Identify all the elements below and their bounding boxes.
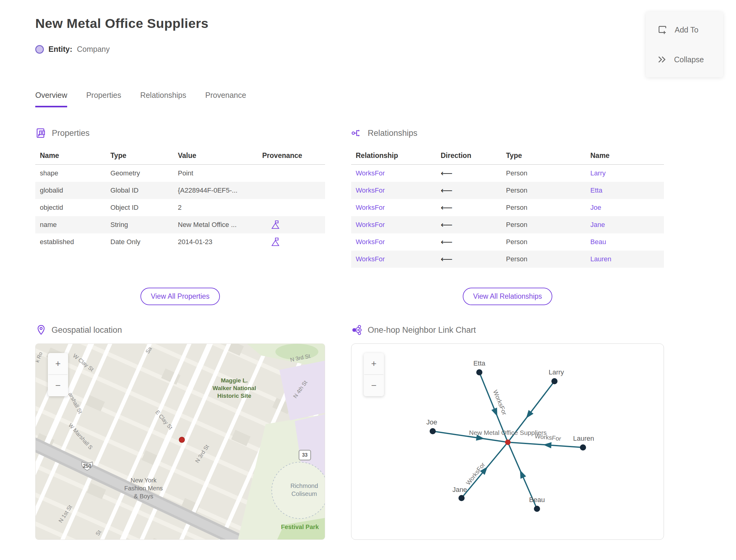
map-label: Richmond [290,482,318,489]
related-type-cell: Person [501,255,586,263]
provenance-flag-icon[interactable] [271,220,280,230]
relationship-row: WorksFor⟵PersonBeau [351,233,664,251]
column-header: Type [106,152,173,160]
relationship-link[interactable]: WorksFor [351,221,436,229]
relationship-row: WorksFor⟵PersonLauren [351,251,664,268]
chart-node-label: Etta [473,359,485,367]
link-chart-section-header: One-hop Neighbor Link Chart [351,324,476,336]
add-to-button[interactable]: Add To [646,22,723,37]
collapse-button[interactable]: Collapse [646,53,723,67]
map-label: Maggie L. [221,377,248,384]
route-shield-33: 33 [299,450,311,460]
relationship-link[interactable]: WorksFor [351,238,436,246]
map-point-marker[interactable] [179,437,185,443]
entity-name-link[interactable]: Lauren [586,255,664,263]
edge-label: WorksFor [465,461,486,486]
edge-arrowhead [517,469,526,479]
relationship-link[interactable]: WorksFor [351,204,436,212]
chart-center-label: New Metal Office Suppliers [469,429,547,436]
relationship-link[interactable]: WorksFor [351,186,436,194]
relationship-row: WorksFor⟵PersonJane [351,216,664,233]
tab-bar: OverviewPropertiesRelationshipsProvenanc… [35,91,246,107]
direction-arrow: ⟵ [436,168,501,178]
column-header: Name [35,152,106,160]
column-header: Type [501,152,586,160]
property-row: nameStringNew Metal Office ... [35,216,325,233]
tab-relationships[interactable]: Relationships [140,91,186,107]
column-header: Provenance [258,152,325,160]
entity-name-link[interactable]: Etta [586,186,664,194]
chart-zoom-control: + − [364,353,384,396]
property-provenance-cell [258,237,325,247]
properties-icon [35,128,46,139]
map-label: Festival Park [281,524,319,530]
chart-node-jane[interactable] [458,495,465,501]
direction-arrow: ⟵ [436,186,501,195]
chart-center-node[interactable] [505,439,511,445]
provenance-flag-icon[interactable] [271,237,280,247]
property-value-cell: 2014-01-23 [173,238,258,246]
map-zoom-in-button[interactable]: + [48,353,68,374]
map-label: Fashion Mens [124,485,163,492]
edge-arrowhead [543,442,551,448]
link-chart-section-title: One-hop Neighbor Link Chart [368,325,476,335]
map-label: Walker National [213,385,256,391]
view-all-relationships-button[interactable]: View All Relationships [463,288,553,305]
actions-panel: Add To Collapse [646,12,723,77]
chart-node-lauren[interactable] [580,444,586,451]
chart-node-joe[interactable] [430,428,436,434]
relationships-table-header: RelationshipDirectionTypeName [351,147,664,165]
edge-arrowhead [491,408,500,418]
link-chart-canvas[interactable]: WorksForWorksForWorksForEttaLarryJoeLaur… [351,344,664,539]
collapse-icon [657,56,667,63]
property-row: shapeGeometryPoint [35,165,325,182]
entity-label: Entity: [48,45,72,54]
relationships-icon [351,128,362,139]
relationships-section-header: Relationships [351,128,417,139]
add-to-icon [657,25,667,35]
entity-name-link[interactable]: Jane [586,221,664,229]
chart-zoom-out-button[interactable]: − [364,375,384,396]
property-value-cell: {A228944F-0EF5-... [173,186,258,194]
tab-provenance[interactable]: Provenance [205,91,246,107]
geospatial-map[interactable]: k RoW Clay StSaN 3rd StN 4th StMaggie L.… [35,343,325,540]
entity-name-link[interactable]: Larry [586,169,664,177]
properties-table-header: NameTypeValueProvenance [35,147,325,165]
properties-section-header: Properties [35,128,90,139]
chart-node-larry[interactable] [551,378,558,384]
svg-text:250: 250 [83,463,91,469]
page-title: New Metal Office Suppliers [35,16,209,31]
location-pin-icon [36,324,46,336]
property-value-cell: 2 [173,204,258,212]
map-label: Coliseum [291,490,317,497]
entity-name-link[interactable]: Joe [586,204,664,212]
properties-section-title: Properties [52,128,90,138]
entity-details-page: New Metal Office Suppliers Entity: Compa… [0,0,736,560]
chart-node-etta[interactable] [476,369,482,375]
link-chart-icon [351,324,362,336]
map-canvas[interactable]: k RoW Clay StSaN 3rd StN 4th StMaggie L.… [36,344,325,539]
chart-node-beau[interactable] [534,506,540,512]
relationship-link[interactable]: WorksFor [351,255,436,263]
property-type-cell: Date Only [106,238,173,246]
relationship-link[interactable]: WorksFor [351,169,436,177]
column-header: Relationship [351,152,436,160]
tab-properties[interactable]: Properties [86,91,121,107]
view-all-properties-button[interactable]: View All Properties [140,288,220,305]
properties-table: NameTypeValueProvenanceshapeGeometryPoin… [35,147,325,251]
tab-overview[interactable]: Overview [35,91,67,107]
entity-type-badge [35,45,44,54]
column-header: Value [173,152,258,160]
direction-arrow: ⟵ [436,220,501,230]
property-row: establishedDate Only2014-01-23 [35,233,325,251]
add-to-label: Add To [675,25,698,34]
one-hop-link-chart[interactable]: WorksForWorksForWorksForEttaLarryJoeLaur… [351,343,664,540]
column-header: Direction [436,152,501,160]
chart-zoom-in-button[interactable]: + [364,353,384,374]
relationship-row: WorksFor⟵PersonJoe [351,199,664,216]
entity-name-link[interactable]: Beau [586,238,664,246]
chart-node-label: Beau [529,496,545,504]
map-zoom-out-button[interactable]: − [48,375,68,396]
related-type-cell: Person [501,221,586,229]
direction-arrow: ⟵ [436,203,501,213]
